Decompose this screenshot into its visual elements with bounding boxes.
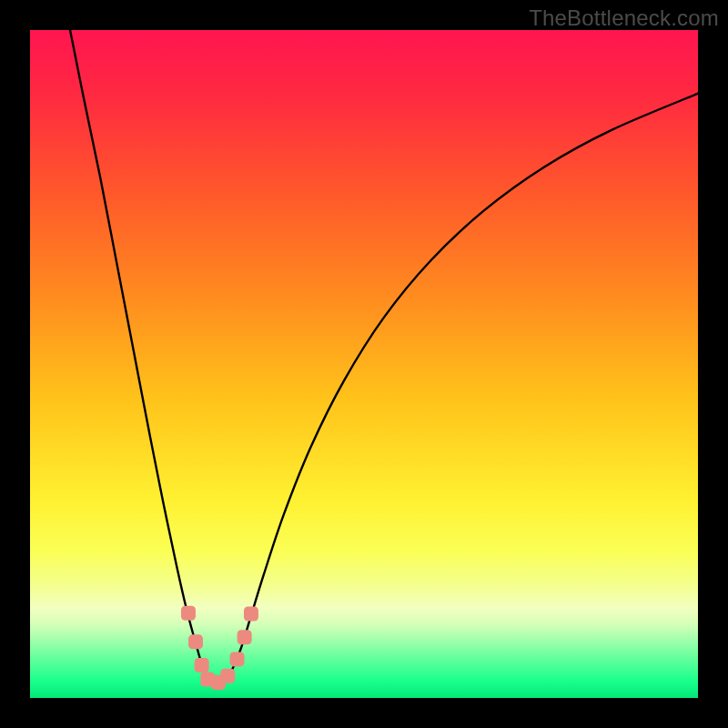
curve-marker [181, 606, 196, 621]
curve-marker [238, 630, 252, 644]
curve-marker [230, 652, 245, 666]
curve-marker [220, 669, 235, 683]
gradient-background [30, 30, 698, 698]
outer-frame: TheBottleneck.com [0, 0, 728, 728]
curve-marker [195, 658, 209, 672]
watermark-label: TheBottleneck.com [529, 5, 719, 31]
curve-marker [244, 607, 258, 622]
plot-svg [30, 30, 698, 698]
curve-marker [188, 634, 203, 649]
plot-area [30, 30, 698, 698]
